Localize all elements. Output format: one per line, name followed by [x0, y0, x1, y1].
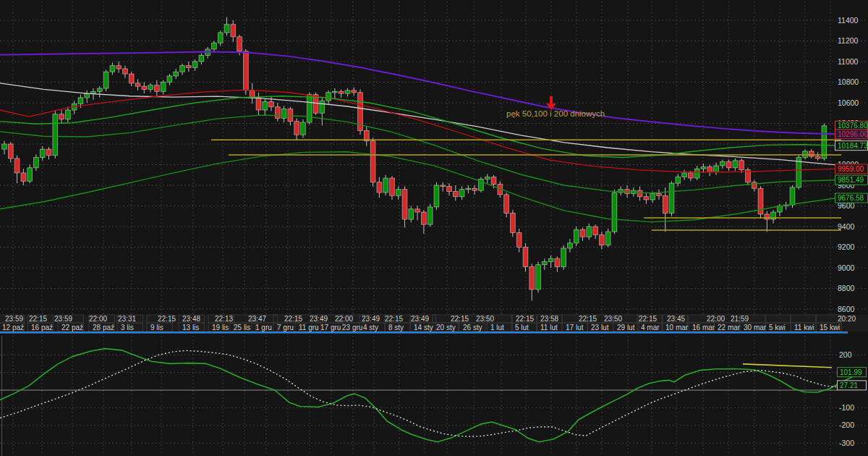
oscillator-tag-value: 27.21: [840, 381, 858, 389]
date-label[interactable]: 16 mar: [692, 324, 715, 332]
time-label[interactable]: 22:00: [707, 315, 725, 323]
candle-bearish: [491, 177, 496, 185]
time-label[interactable]: 23:49: [411, 315, 429, 323]
candle-bullish: [396, 190, 401, 196]
candle-bearish: [8, 144, 13, 159]
date-label[interactable]: 25 lis: [234, 324, 250, 332]
time-label[interactable]: 23:47: [248, 315, 266, 323]
date-label[interactable]: 1 gru: [255, 324, 272, 332]
date-label[interactable]: 22 mar: [718, 324, 741, 332]
date-label[interactable]: 11 kwi: [794, 324, 814, 332]
candle-bullish: [332, 91, 337, 93]
date-label[interactable]: 20 sty: [436, 324, 456, 332]
time-label[interactable]: 22:00: [89, 315, 107, 323]
time-label[interactable]: 23:50: [604, 315, 622, 323]
candle-bearish: [663, 195, 668, 213]
time-label[interactable]: 22:15: [451, 315, 469, 323]
date-label[interactable]: 14 sty: [414, 324, 433, 332]
candle-bullish: [65, 110, 70, 119]
candle-bullish: [91, 91, 96, 93]
candlestick-chart[interactable]: pęk 50,100 i 200 dniowych860088009000920…: [0, 0, 868, 456]
time-label[interactable]: 22:15: [29, 315, 47, 323]
time-label[interactable]: 23:59: [5, 315, 23, 323]
time-label[interactable]: 22:00: [335, 315, 353, 323]
date-label[interactable]: 23 gru: [342, 324, 362, 332]
date-label[interactable]: 13 lis: [182, 324, 199, 332]
date-label[interactable]: 26 sty: [463, 324, 482, 332]
candle-bullish: [605, 232, 610, 245]
date-label[interactable]: 28 paź: [93, 324, 114, 332]
candle-bullish: [612, 193, 617, 232]
time-label[interactable]: 22:15: [385, 315, 403, 323]
date-label[interactable]: 5 lut: [515, 324, 529, 332]
chart-background: [0, 0, 868, 456]
date-label[interactable]: 7 gru: [277, 324, 294, 332]
candle-bullish: [180, 66, 185, 72]
time-label[interactable]: 23:48: [182, 315, 200, 323]
date-label[interactable]: 11 lut: [540, 324, 558, 332]
date-label[interactable]: 3 lis: [121, 324, 134, 332]
pane-separator[interactable]: [0, 332, 848, 334]
candle-bullish: [212, 43, 217, 49]
time-label[interactable]: 22:15: [284, 315, 302, 323]
time-label[interactable]: 21:59: [731, 315, 749, 323]
time-label[interactable]: 23:49: [362, 315, 380, 323]
time-label[interactable]: 23:45: [667, 315, 685, 323]
date-label[interactable]: 22 paź: [61, 324, 83, 332]
date-label[interactable]: 30 mar: [744, 324, 767, 332]
date-label[interactable]: 1 lut: [490, 324, 504, 332]
candle-bearish: [472, 188, 477, 190]
candle-bearish: [809, 151, 814, 156]
date-label[interactable]: 19 lis: [212, 324, 229, 332]
time-label[interactable]: 22:15: [639, 315, 657, 323]
time-label[interactable]: 23:59: [54, 315, 72, 323]
time-label[interactable]: 23:50: [476, 315, 494, 323]
date-label[interactable]: 8 sty: [388, 324, 404, 332]
candle-bearish: [243, 51, 248, 90]
candle-bullish: [2, 144, 7, 149]
candle-bullish: [281, 109, 286, 119]
date-label[interactable]: 5 kwi: [769, 324, 786, 332]
candle-bullish: [161, 83, 166, 92]
date-label[interactable]: 15 kwi: [820, 324, 840, 332]
date-label[interactable]: 17 gru: [320, 324, 341, 332]
time-label[interactable]: 22:15: [579, 315, 597, 323]
candle-bullish: [427, 207, 433, 224]
candle-bullish: [733, 161, 738, 168]
date-label[interactable]: 17 lut: [566, 324, 584, 332]
candle-bearish: [250, 90, 255, 98]
time-label[interactable]: 22:15: [158, 315, 176, 323]
time-label[interactable]: 22:15: [516, 315, 534, 323]
time-label[interactable]: 23:31: [118, 315, 136, 323]
time-axis[interactable]: 23:5922:1523:5922:0023:3122:1523:4822:13…: [0, 315, 868, 334]
candle-bearish: [123, 69, 128, 74]
candle-bullish: [110, 66, 115, 72]
time-label[interactable]: 23:58: [540, 315, 558, 323]
candle-bullish: [224, 25, 229, 33]
date-label[interactable]: 16 paź: [31, 324, 53, 332]
candle-bearish: [688, 173, 693, 178]
candle-bearish: [237, 37, 242, 51]
candle-bullish: [383, 178, 388, 193]
date-label[interactable]: 29 lut: [617, 324, 635, 332]
candle-bearish: [707, 166, 712, 172]
date-label[interactable]: 4 sty: [363, 324, 378, 332]
candle-bearish: [142, 86, 147, 89]
time-label[interactable]: 20:20: [838, 315, 856, 323]
candle-bullish: [167, 76, 172, 83]
candle-bullish: [78, 98, 83, 104]
date-label[interactable]: 9 lis: [150, 324, 163, 332]
price-tick-label: 11400: [838, 16, 859, 25]
candle-bearish: [116, 66, 122, 69]
date-label[interactable]: 4 mar: [641, 324, 660, 332]
time-label[interactable]: 22:13: [215, 315, 233, 323]
date-label[interactable]: 10 mar: [665, 324, 689, 332]
time-label[interactable]: 23:49: [310, 315, 328, 323]
date-label[interactable]: 23 lut: [591, 324, 609, 332]
candle-bullish: [466, 188, 471, 190]
candle-bullish: [320, 101, 325, 113]
date-label[interactable]: 11 gru: [299, 324, 319, 332]
date-label[interactable]: 12 paź: [2, 324, 24, 332]
candle-bearish: [441, 185, 446, 187]
price-tag-value: 10184.73: [838, 142, 868, 150]
